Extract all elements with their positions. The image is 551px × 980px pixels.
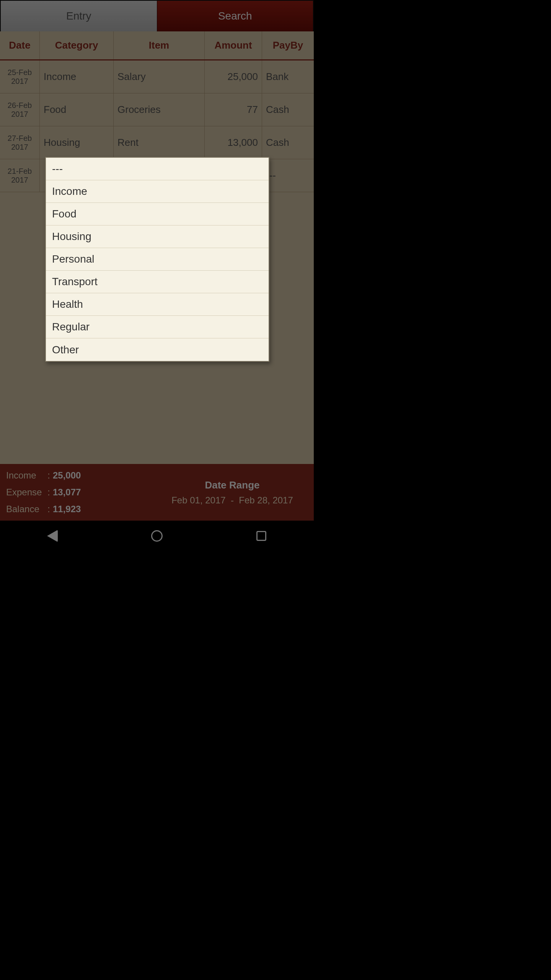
category-option-food[interactable]: Food — [46, 203, 269, 225]
category-option-income[interactable]: Income — [46, 180, 269, 203]
category-option-other[interactable]: Other — [46, 338, 269, 361]
category-option-housing[interactable]: Housing — [46, 225, 269, 248]
category-option-regular[interactable]: Regular — [46, 316, 269, 338]
screen: Entry Search Date Category Item Amount P… — [0, 0, 314, 551]
category-option-health[interactable]: Health — [46, 293, 269, 316]
category-picker-popup: --- Income Food Housing Personal Transpo… — [45, 157, 269, 362]
category-option-personal[interactable]: Personal — [46, 248, 269, 271]
category-option-none[interactable]: --- — [46, 158, 269, 180]
category-option-transport[interactable]: Transport — [46, 271, 269, 293]
